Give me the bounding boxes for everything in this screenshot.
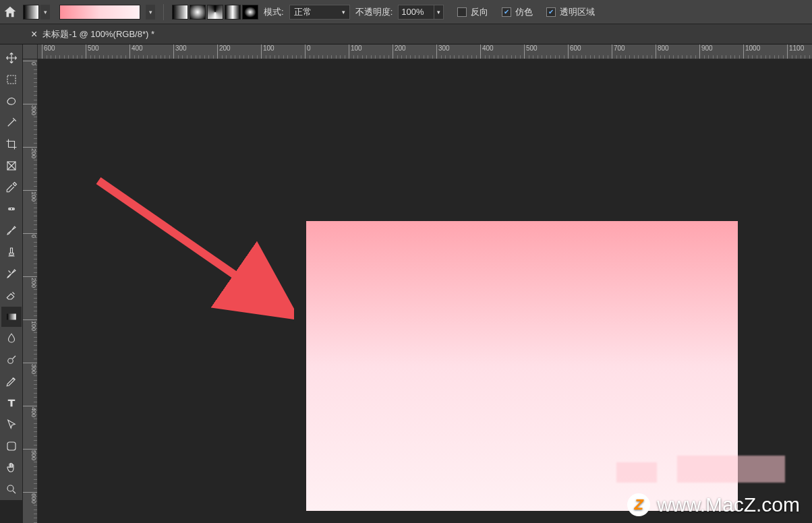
eraser-tool[interactable] <box>1 285 22 305</box>
pixelation-patch <box>677 456 785 483</box>
ruler-tick: 600 <box>23 492 37 503</box>
dither-checkbox[interactable] <box>502 7 511 17</box>
ruler-tick: 100 <box>23 319 37 331</box>
gradient-type-group <box>172 5 258 20</box>
ruler-tick: 400 <box>23 406 37 417</box>
crop-tool[interactable] <box>1 134 22 154</box>
ruler-vertical[interactable]: 03002001000200100300400500600 <box>23 59 38 523</box>
ruler-tick: 300 <box>23 363 37 374</box>
reverse-checkbox[interactable] <box>457 7 467 17</box>
transparency-label: 透明区域 <box>560 6 595 18</box>
reverse-label: 反向 <box>471 6 488 18</box>
direct-select-tool[interactable] <box>1 414 22 435</box>
ruler-tick: 400 <box>480 44 494 59</box>
ruler-tick: 200 <box>23 147 37 158</box>
zoom-tool[interactable] <box>1 479 22 499</box>
ruler-corner <box>23 44 38 59</box>
history-brush-tool[interactable] <box>1 264 22 284</box>
angle-gradient-button[interactable] <box>207 5 223 20</box>
opacity-value: 100% <box>401 7 424 17</box>
type-tool[interactable] <box>1 393 22 413</box>
eyedropper-tool[interactable] <box>1 177 22 197</box>
transparency-checkbox[interactable] <box>546 7 556 17</box>
ruler-tick: 600 <box>568 44 581 59</box>
watermark-text: www.MacZ.com <box>657 493 800 516</box>
gradient-preview[interactable] <box>59 5 140 20</box>
watermark: Z www.MacZ.com <box>627 493 800 516</box>
hand-tool[interactable] <box>1 458 22 478</box>
marquee-tool[interactable] <box>1 69 22 90</box>
gradient-fill-rectangle <box>306 221 738 511</box>
radial-gradient-button[interactable] <box>190 5 206 20</box>
ruler-tick: 800 <box>656 44 669 59</box>
ruler-tick: 300 <box>436 44 450 59</box>
brush-tool[interactable] <box>1 220 22 241</box>
linear-gradient-button[interactable] <box>172 5 188 20</box>
ruler-tick: 500 <box>524 44 538 59</box>
gradient-picker-dropdown-icon[interactable]: ▾ <box>146 5 155 20</box>
dither-label: 仿色 <box>515 6 533 18</box>
magic-wand-tool[interactable] <box>1 113 22 133</box>
diamond-gradient-button[interactable] <box>242 5 258 20</box>
ruler-tick: 300 <box>23 104 37 115</box>
svg-rect-0 <box>7 75 16 84</box>
frame-tool[interactable] <box>1 156 22 176</box>
svg-point-6 <box>7 359 13 364</box>
opacity-label: 不透明度: <box>355 6 393 18</box>
ruler-tick: 700 <box>612 44 625 59</box>
opacity-input[interactable]: 100% <box>398 5 434 20</box>
foreground-gradient-swatch[interactable] <box>23 5 39 20</box>
canvas-area[interactable] <box>38 59 812 523</box>
ruler-tick: 100 <box>349 44 362 59</box>
ruler-tick: 300 <box>173 44 187 59</box>
svg-point-3 <box>9 208 11 210</box>
separator <box>163 4 164 20</box>
options-bar: ▾ ▾ 模式: 正常 ▾ 不透明度: 100% ▾ 反向 仿色 透明区域 <box>0 0 812 24</box>
ruler-tick: 200 <box>217 44 231 59</box>
gradient-tool[interactable] <box>1 307 22 327</box>
mode-label: 模式: <box>264 6 284 18</box>
left-toolbar <box>0 44 23 500</box>
opacity-dropdown-icon[interactable]: ▾ <box>434 5 444 20</box>
ruler-tick: 100 <box>23 190 37 202</box>
dodge-tool[interactable] <box>1 350 22 370</box>
svg-line-9 <box>98 181 274 302</box>
move-tool[interactable] <box>1 48 22 68</box>
ruler-tick: 100 <box>261 44 274 59</box>
ruler-tick: 500 <box>86 44 99 59</box>
ruler-tick: 200 <box>393 44 406 59</box>
blur-tool[interactable] <box>1 328 22 348</box>
pixelation-patch <box>616 462 657 483</box>
reflected-gradient-button[interactable] <box>225 5 241 20</box>
lasso-tool[interactable] <box>1 91 22 111</box>
ruler-tick: 900 <box>699 44 713 59</box>
blend-mode-value: 正常 <box>294 6 312 18</box>
home-icon[interactable] <box>3 5 18 20</box>
document-tab-bar: × 未标题-1 @ 100%(RGB/8*) * <box>0 24 812 44</box>
spot-heal-tool[interactable] <box>1 199 22 219</box>
close-tab-icon[interactable]: × <box>31 28 37 40</box>
chevron-down-icon: ▾ <box>342 9 345 16</box>
ruler-tick: 500 <box>23 449 37 460</box>
shape-tool[interactable] <box>1 436 22 456</box>
blend-mode-select[interactable]: 正常 ▾ <box>289 5 350 20</box>
annotation-arrow <box>92 174 294 322</box>
svg-point-4 <box>12 208 13 210</box>
pen-tool[interactable] <box>1 371 22 392</box>
ruler-tick: 200 <box>23 276 37 288</box>
ruler-tick: 400 <box>129 44 143 59</box>
svg-rect-5 <box>7 314 16 320</box>
svg-rect-7 <box>7 442 16 450</box>
svg-point-8 <box>7 485 13 491</box>
ruler-tick: 600 <box>42 44 55 59</box>
document-tab-title[interactable]: 未标题-1 @ 100%(RGB/8*) * <box>42 28 154 40</box>
watermark-logo-icon: Z <box>627 493 650 516</box>
ruler-horizontal[interactable]: 6005004003002001000100200300400500600700… <box>38 44 812 59</box>
stamp-tool[interactable] <box>1 242 22 262</box>
swatch-dropdown-icon[interactable]: ▾ <box>40 5 50 20</box>
